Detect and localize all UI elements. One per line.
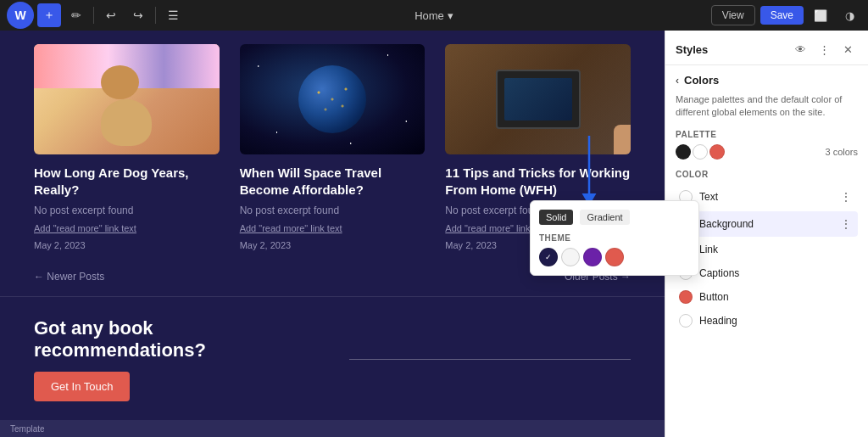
- footer-title: Got any book recommendations?: [34, 317, 315, 361]
- newer-posts-link[interactable]: ← Newer Posts: [34, 271, 104, 283]
- panel-header: Styles 👁 ⋮ ✕: [665, 31, 868, 65]
- swatch-white[interactable]: [693, 144, 708, 160]
- palette-swatches: [676, 144, 725, 160]
- popup-swatch-purple[interactable]: [583, 248, 602, 266]
- popup-theme-label: THEME: [539, 233, 690, 243]
- panel-header-icons: 👁 ⋮ ✕: [790, 39, 858, 59]
- laptop-screen: [504, 78, 572, 120]
- hand-cursor: [614, 125, 631, 154]
- color-section-label: Color: [676, 170, 858, 179]
- colors-heading: Colors: [684, 74, 719, 87]
- earth-globe: [298, 65, 366, 133]
- popup-tabs: Solid Gradient: [539, 210, 690, 225]
- post-title-1: How Long Are Dog Years, Really?: [34, 165, 220, 198]
- post-read-more-1[interactable]: Add "read more" link text: [34, 223, 220, 233]
- list-view-button[interactable]: ☰: [161, 3, 185, 27]
- color-dot-heading: [679, 314, 693, 328]
- color-label-captions: Captions: [699, 267, 739, 279]
- status-text: Template: [10, 424, 45, 434]
- undo-button[interactable]: ↩: [99, 3, 123, 27]
- home-menu[interactable]: Home ▾: [415, 9, 453, 22]
- toolbar-divider: [93, 7, 94, 24]
- post-image-3: [445, 44, 631, 154]
- redo-button[interactable]: ↪: [126, 3, 150, 27]
- tab-solid[interactable]: Solid: [539, 210, 573, 225]
- post-card-1[interactable]: How Long Are Dog Years, Really? No post …: [34, 44, 220, 250]
- styles-eye-button[interactable]: 👁: [790, 39, 810, 59]
- color-label-background: Background: [699, 218, 754, 230]
- post-image-2: [240, 44, 426, 154]
- toolbar-divider-2: [155, 7, 156, 24]
- post-date-1: May 2, 2023: [34, 240, 220, 250]
- footer-left: Got any book recommendations? Get In Tou…: [34, 317, 315, 401]
- view-button[interactable]: View: [711, 5, 755, 25]
- status-bar: Template: [0, 420, 665, 437]
- check-icon: ✓: [545, 253, 552, 261]
- color-label-text: Text: [699, 191, 718, 203]
- post-title-3: 11 Tips and Tricks for Working From Home…: [445, 165, 631, 198]
- edit-button[interactable]: ✏: [64, 3, 88, 27]
- post-excerpt-1: No post excerpt found: [34, 204, 220, 216]
- post-image-1: [34, 44, 220, 154]
- color-item-background[interactable]: Background ⋮: [676, 211, 858, 237]
- color-item-text[interactable]: Text ⋮: [676, 184, 858, 210]
- earth-lights: [298, 65, 366, 133]
- swatch-coral[interactable]: [709, 144, 725, 160]
- post-card-2[interactable]: When Will Space Travel Become Affordable…: [240, 44, 426, 250]
- color-item-button[interactable]: Button: [676, 286, 858, 308]
- chevron-down-icon: ▾: [448, 9, 453, 22]
- laptop-image: [445, 44, 631, 154]
- toolbar-right: View Save ⬜ ◑: [711, 3, 861, 27]
- dog-image: [34, 44, 220, 154]
- styles-more-button[interactable]: ⋮: [814, 39, 834, 59]
- home-label: Home: [415, 9, 444, 22]
- dog-body: [101, 99, 152, 146]
- toolbar-left: W ＋ ✏ ↩ ↪ ☰: [7, 2, 185, 29]
- save-button[interactable]: Save: [760, 6, 804, 25]
- dark-mode-button[interactable]: ◑: [837, 3, 861, 27]
- color-dot-button: [679, 290, 693, 304]
- panel-description: Manage palettes and the default color of…: [676, 93, 858, 120]
- color-picker-popup: Solid Gradient THEME ✓: [530, 200, 699, 276]
- post-excerpt-2: No post excerpt found: [240, 204, 426, 216]
- color-more-background[interactable]: ⋮: [837, 216, 854, 233]
- palette-count: 3 colors: [825, 147, 858, 157]
- post-title-2: When Will Space Travel Become Affordable…: [240, 165, 426, 198]
- popup-swatches: ✓: [539, 248, 690, 266]
- tab-gradient[interactable]: Gradient: [580, 210, 629, 225]
- footer-divider: [349, 359, 631, 360]
- popup-swatch-dark[interactable]: ✓: [539, 248, 558, 266]
- color-item-captions[interactable]: Captions: [676, 262, 858, 284]
- laptop-visual: [496, 70, 581, 129]
- post-read-more-2[interactable]: Add "read more" link text: [240, 223, 426, 233]
- styles-panel: Styles 👁 ⋮ ✕ ‹ Colors Manage palettes an…: [665, 31, 868, 437]
- swatch-black[interactable]: [676, 144, 691, 160]
- dog-head: [101, 65, 139, 99]
- main-layout: How Long Are Dog Years, Really? No post …: [0, 31, 868, 437]
- popup-swatch-coral[interactable]: [605, 248, 624, 266]
- color-more-text[interactable]: ⋮: [837, 188, 854, 205]
- add-block-button[interactable]: ＋: [37, 3, 61, 27]
- palette-section-label: PALETTE: [676, 130, 858, 139]
- get-in-touch-button[interactable]: Get In Touch: [34, 372, 130, 401]
- footer-section: Got any book recommendations? Get In Tou…: [0, 296, 665, 422]
- color-label-link: Link: [699, 244, 718, 255]
- wp-icon[interactable]: W: [7, 2, 34, 29]
- color-label-heading: Heading: [699, 315, 737, 327]
- popup-swatch-light[interactable]: [561, 248, 580, 266]
- color-label-button: Button: [699, 291, 729, 303]
- back-row[interactable]: ‹ Colors: [676, 74, 858, 87]
- toolbar: W ＋ ✏ ↩ ↪ ☰ Home ▾ View Save ⬜ ◑: [0, 0, 868, 31]
- back-icon: ‹: [676, 75, 679, 87]
- earth-image: [240, 44, 426, 154]
- color-item-heading[interactable]: Heading: [676, 310, 858, 332]
- device-preview-button[interactable]: ⬜: [809, 3, 832, 27]
- color-item-link[interactable]: Link: [676, 238, 858, 261]
- styles-close-button[interactable]: ✕: [837, 39, 858, 59]
- post-date-2: May 2, 2023: [240, 240, 426, 250]
- palette-row: 3 colors: [676, 144, 858, 160]
- panel-title: Styles: [676, 43, 708, 56]
